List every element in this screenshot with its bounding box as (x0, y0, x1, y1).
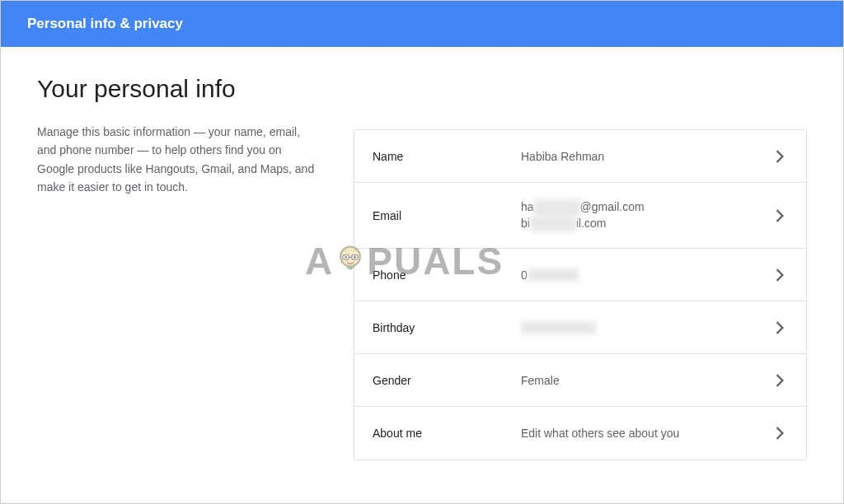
row-value: Female (521, 374, 771, 387)
chevron-right-icon (771, 374, 788, 387)
header-title: Personal info & privacy (27, 16, 183, 31)
row-label: Birthday (373, 321, 521, 334)
row-value: 0xxxxxxxxx (521, 268, 771, 282)
row-label: About me (373, 427, 521, 440)
row-about-me[interactable]: About me Edit what others see about you (354, 407, 806, 460)
header-bar: Personal info & privacy (1, 1, 843, 47)
row-value: haxxxxxxxx@gmail.com bixxxxxxxxil.com (521, 199, 771, 231)
chevron-right-icon (771, 150, 788, 163)
chevron-right-icon (771, 427, 788, 440)
chevron-right-icon (771, 321, 788, 334)
row-label: Name (373, 150, 521, 163)
row-birthday[interactable]: Birthday xxxxxxxxxxxxx (354, 301, 806, 354)
row-value: xxxxxxxxxxxxx (521, 321, 771, 334)
page-title: Your personal info (37, 75, 334, 103)
row-value: Habiba Rehman (521, 150, 771, 163)
row-name[interactable]: Name Habiba Rehman (354, 130, 806, 183)
row-label: Email (373, 209, 521, 222)
row-label: Gender (373, 374, 521, 387)
row-value: Edit what others see about you (521, 427, 771, 440)
row-label: Phone (373, 268, 521, 282)
chevron-right-icon (771, 268, 788, 282)
row-phone[interactable]: Phone 0xxxxxxxxx (354, 249, 806, 301)
row-gender[interactable]: Gender Female (354, 354, 806, 407)
row-email[interactable]: Email haxxxxxxxx@gmail.com bixxxxxxxxil.… (354, 183, 806, 249)
personal-info-card: Name Habiba Rehman Email haxxxxxxxx@gmai… (354, 129, 807, 460)
page-description: Manage this basic information — your nam… (37, 123, 317, 197)
chevron-right-icon (771, 209, 788, 222)
